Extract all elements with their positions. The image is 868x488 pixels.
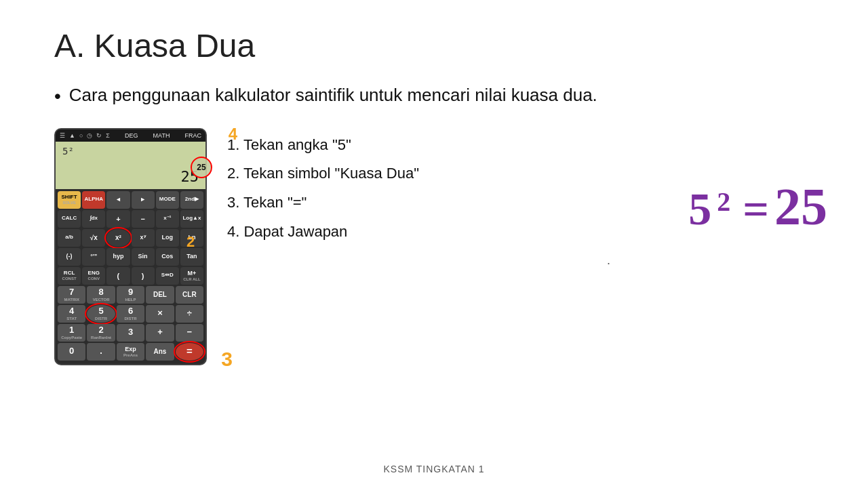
frac-label: FRAC (184, 132, 201, 139)
ans-button[interactable]: Ans (146, 343, 174, 361)
sin-button[interactable]: Sin (132, 248, 155, 266)
divide-button[interactable]: ÷ (176, 305, 203, 323)
circle-icon: ○ (79, 132, 83, 139)
calc-buttons: SHIFTSOLVE ALPHA ◄ ► MODE 2nd▶ CALC ∫dx … (56, 189, 205, 364)
x-squared-button[interactable]: x² (106, 229, 130, 247)
tan-button[interactable]: Tan (180, 248, 203, 266)
num-3-button[interactable]: 3 (117, 324, 144, 342)
num-4-button[interactable]: 4STAT (58, 305, 85, 323)
num-9-button[interactable]: 9HELP (117, 286, 144, 304)
x-power-y-button[interactable]: xʸ (132, 229, 155, 247)
math-expression: 5 2 = 25 (688, 176, 827, 237)
footer-text: KSSM TINGKATAN 1 (383, 464, 484, 474)
slide-title: A. Kuasa Dua (54, 27, 827, 64)
dots-button[interactable]: °'" (82, 248, 105, 266)
math-base: 5 (688, 182, 711, 236)
math-result: 25 (774, 176, 827, 237)
equals-button[interactable]: = (176, 343, 203, 361)
add-button[interactable]: + (146, 324, 174, 342)
eng-button[interactable]: ENGCONV (82, 267, 105, 285)
num-8-button[interactable]: 8VECTOR (87, 286, 115, 304)
refresh-icon: ↻ (96, 132, 102, 139)
hyp-button[interactable]: hyp (106, 248, 130, 266)
ln-button[interactable]: Ln (180, 229, 203, 247)
fraction-button[interactable]: a/b (58, 229, 81, 247)
open-paren-button[interactable]: ( (106, 267, 130, 285)
alpha-button[interactable]: ALPHA (82, 191, 105, 209)
minus-func-button[interactable]: − (132, 210, 155, 228)
deg-label: DEG (125, 132, 138, 139)
sigma-icon: Σ (106, 132, 110, 139)
calc-expr: 5² (62, 146, 199, 157)
num-2-button[interactable]: 2RanRanInt (87, 324, 115, 342)
decimal-button[interactable]: . (87, 343, 115, 361)
log-button[interactable]: Log (156, 229, 179, 247)
calc-top-bar: ☰ ▲ ○ ◷ ↻ Σ DEG MATH FRAC (56, 129, 205, 142)
log-x-button[interactable]: Log▲x (180, 210, 203, 228)
calculator: ☰ ▲ ○ ◷ ↻ Σ DEG MATH FRAC 5² 25 (54, 128, 207, 365)
num-1-button[interactable]: 1CopyPaste (58, 324, 85, 342)
sqrt-button[interactable]: √x (82, 229, 105, 247)
2nd-button[interactable]: 2nd▶ (180, 191, 203, 209)
math-label: MATH (153, 132, 170, 139)
plus-func-button[interactable]: + (106, 210, 130, 228)
left-arrow-button[interactable]: ◄ (106, 191, 130, 209)
step-1: 1. Tekan angka "5" (227, 135, 827, 156)
mplus-button[interactable]: M+CLR ALL (180, 267, 203, 285)
bullet-text: • Cara penggunaan kalkulator saintifik u… (54, 85, 827, 108)
num-5-button[interactable]: 5DISTR (87, 305, 115, 323)
wifi-icon: ▲ (69, 132, 75, 139)
bullet-dot: • (54, 85, 61, 108)
menu-icon: ☰ (60, 132, 65, 139)
math-equals: = (743, 182, 769, 236)
sd-button[interactable]: S⇔D (156, 267, 179, 285)
num-0-button[interactable]: 0 (58, 343, 85, 361)
multiply-button[interactable]: × (146, 305, 174, 323)
calc-button[interactable]: CALC (58, 210, 81, 228)
subtract-button[interactable]: − (176, 324, 203, 342)
step3-annotation: 3 (221, 348, 233, 371)
del-button[interactable]: DEL (146, 286, 174, 304)
close-paren-button[interactable]: ) (132, 267, 155, 285)
neg-button[interactable]: (-) (58, 248, 81, 266)
right-arrow-button[interactable]: ► (132, 191, 155, 209)
math-display: 5 2 = 25 (688, 176, 827, 237)
calc-screen: 5² 25 (56, 142, 205, 189)
clock-icon: ◷ (87, 132, 92, 139)
num-6-button[interactable]: 6DISTR (117, 305, 144, 323)
screen-result-circle: 25 (191, 157, 212, 178)
cos-button[interactable]: Cos (156, 248, 179, 266)
clr-button[interactable]: CLR (176, 286, 203, 304)
mode-button[interactable]: MODE (156, 191, 179, 209)
shift-button[interactable]: SHIFTSOLVE (58, 191, 81, 209)
exp-button[interactable]: ExpPreAns (117, 343, 144, 361)
x-inv-button[interactable]: x⁻¹ (156, 210, 179, 228)
dot-decoration: · (607, 256, 610, 270)
num-7-button[interactable]: 7MATRIX (58, 286, 85, 304)
integral-button[interactable]: ∫dx (82, 210, 105, 228)
rcl-button[interactable]: RCLCONST (58, 267, 81, 285)
